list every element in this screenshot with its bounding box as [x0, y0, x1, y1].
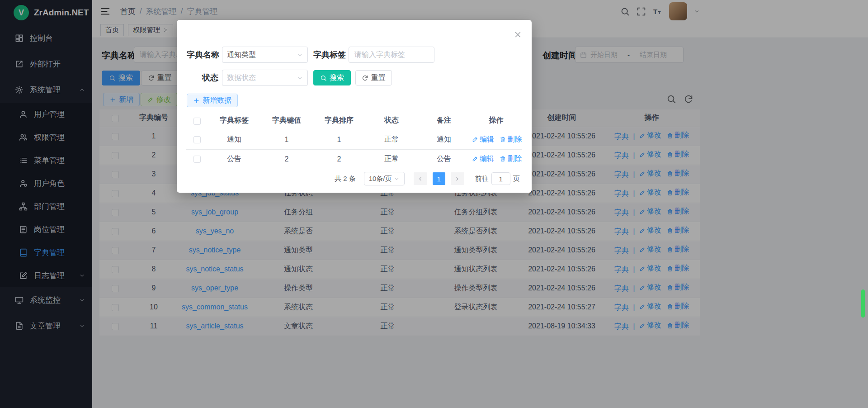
cell-remark: 通知: [418, 130, 470, 149]
chevron-down-icon: [297, 52, 303, 58]
dialog-close-icon[interactable]: [514, 31, 522, 38]
page-suffix-label: 页: [513, 175, 520, 183]
dict-name-select[interactable]: 通知类型: [222, 47, 308, 63]
col-status: 状态: [365, 112, 418, 130]
dialog-dict-name-label: 字典名称: [187, 49, 218, 60]
dialog-filter-row-1: 字典名称 通知类型 字典标签: [187, 46, 434, 63]
dialog-status-label: 状态: [187, 72, 218, 83]
cell-status: 正常: [365, 130, 418, 149]
dict-data-table: 字典标签 字典键值 字典排序 状态 备注 操作 通知 1 1 正常: [186, 112, 522, 169]
col-label: 字典标签: [208, 112, 260, 130]
dialog-reset-button[interactable]: 重置: [355, 70, 392, 85]
dict-data-dialog: 字典名称 通知类型 字典标签 状态 数据状态 搜索 重置 新增数据: [177, 20, 532, 193]
current-page-button[interactable]: 1: [433, 172, 445, 185]
row-edit-link[interactable]: 编辑: [472, 135, 494, 144]
status-select[interactable]: 数据状态: [222, 70, 308, 86]
col-value: 字典键值: [260, 112, 313, 130]
dialog-dict-label-label: 字典标签: [313, 49, 345, 60]
next-page-button[interactable]: [451, 172, 464, 185]
chevron-down-icon: [394, 176, 400, 182]
dict-name-select-value: 通知类型: [227, 50, 256, 60]
search-icon: [320, 75, 327, 81]
dialog-filter-row-2: 状态 数据状态 搜索 重置: [187, 69, 392, 86]
row-delete-link[interactable]: 删除: [500, 154, 522, 164]
dialog-pagination: 共 2 条 10条/页 1 前往 页: [335, 172, 520, 185]
refresh-icon: [362, 75, 368, 81]
cell-value: 1: [260, 130, 313, 149]
status-select-placeholder: 数据状态: [227, 73, 256, 83]
row-checkbox[interactable]: [193, 156, 201, 163]
row-delete-link[interactable]: 删除: [500, 135, 522, 144]
cell-status: 正常: [365, 149, 418, 169]
cell-ops: 编辑 删除: [470, 149, 522, 169]
cell-sort: 2: [313, 149, 365, 169]
pagination-total: 共 2 条: [335, 175, 356, 183]
goto-page-input[interactable]: [491, 172, 510, 185]
col-remark: 备注: [418, 112, 470, 130]
cell-label: 通知: [208, 130, 260, 149]
page-size-value: 10条/页: [369, 175, 392, 183]
dialog-search-button[interactable]: 搜索: [313, 70, 351, 85]
chevron-left-icon: [417, 176, 423, 182]
cell-sort: 1: [313, 130, 365, 149]
scrollbar-thumb[interactable]: [861, 289, 865, 318]
col-sort: 字典排序: [313, 112, 365, 130]
cell-ops: 编辑 删除: [470, 130, 522, 149]
chevron-right-icon: [454, 176, 460, 182]
plus-icon: [193, 97, 200, 104]
prev-page-button[interactable]: [414, 172, 427, 185]
delete-icon: [500, 156, 506, 162]
dialog-table-header-row: 字典标签 字典键值 字典排序 状态 备注 操作: [186, 112, 522, 130]
dict-label-input[interactable]: [349, 47, 434, 63]
col-ops: 操作: [470, 112, 522, 130]
cell-remark: 公告: [418, 149, 470, 169]
cell-value: 2: [260, 149, 313, 169]
goto-label: 前往: [475, 175, 489, 183]
edit-icon: [472, 156, 478, 162]
select-all-checkbox[interactable]: [193, 118, 201, 125]
cell-label: 公告: [208, 149, 260, 169]
edit-icon: [472, 136, 478, 142]
dialog-add-data-button[interactable]: 新增数据: [187, 94, 238, 107]
chevron-down-icon: [297, 75, 303, 81]
row-checkbox[interactable]: [193, 136, 201, 143]
delete-icon: [500, 136, 506, 142]
row-edit-link[interactable]: 编辑: [472, 154, 494, 164]
dialog-table-row: 通知 1 1 正常 通知 编辑 删除: [186, 130, 522, 149]
page-size-select[interactable]: 10条/页: [364, 172, 405, 185]
dialog-table-row: 公告 2 2 正常 公告 编辑 删除: [186, 149, 522, 169]
